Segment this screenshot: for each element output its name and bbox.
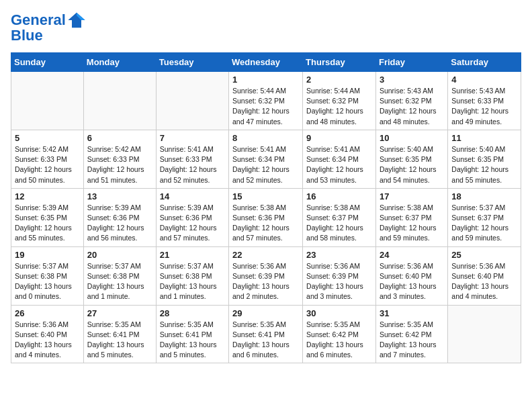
day-info: Sunrise: 5:43 AM Sunset: 6:32 PM Dayligh… <box>380 86 444 127</box>
day-info: Sunrise: 5:37 AM Sunset: 6:38 PM Dayligh… <box>87 261 152 302</box>
calendar-cell: 3Sunrise: 5:43 AM Sunset: 6:32 PM Daylig… <box>375 72 447 130</box>
day-info: Sunrise: 5:35 AM Sunset: 6:41 PM Dayligh… <box>87 320 152 361</box>
calendar-cell: 5Sunrise: 5:42 AM Sunset: 6:33 PM Daylig… <box>11 130 84 188</box>
day-info: Sunrise: 5:36 AM Sunset: 6:39 PM Dayligh… <box>306 261 372 302</box>
calendar-cell: 1Sunrise: 5:44 AM Sunset: 6:32 PM Daylig… <box>229 72 303 130</box>
calendar-cell: 13Sunrise: 5:39 AM Sunset: 6:36 PM Dayli… <box>83 188 156 246</box>
day-info: Sunrise: 5:35 AM Sunset: 6:41 PM Dayligh… <box>160 320 225 361</box>
day-info: Sunrise: 5:41 AM Sunset: 6:33 PM Dayligh… <box>160 144 225 185</box>
day-number: 26 <box>15 308 80 318</box>
header-wednesday: Wednesday <box>229 53 303 72</box>
day-number: 2 <box>306 75 372 85</box>
day-number: 22 <box>232 250 299 260</box>
logo-icon <box>67 11 86 30</box>
day-number: 20 <box>87 250 152 260</box>
calendar-cell: 18Sunrise: 5:37 AM Sunset: 6:37 PM Dayli… <box>448 188 521 246</box>
day-number: 18 <box>451 191 517 201</box>
calendar-cell: 7Sunrise: 5:41 AM Sunset: 6:33 PM Daylig… <box>156 130 228 188</box>
day-info: Sunrise: 5:39 AM Sunset: 6:36 PM Dayligh… <box>87 203 152 244</box>
calendar-cell: 26Sunrise: 5:36 AM Sunset: 6:40 PM Dayli… <box>11 305 84 363</box>
header-sunday: Sunday <box>11 53 84 72</box>
calendar-cell: 31Sunrise: 5:35 AM Sunset: 6:42 PM Dayli… <box>375 305 447 363</box>
day-info: Sunrise: 5:42 AM Sunset: 6:33 PM Dayligh… <box>15 144 80 185</box>
calendar-cell: 22Sunrise: 5:36 AM Sunset: 6:39 PM Dayli… <box>229 246 303 305</box>
calendar-cell: 8Sunrise: 5:41 AM Sunset: 6:34 PM Daylig… <box>229 130 303 188</box>
day-info: Sunrise: 5:36 AM Sunset: 6:40 PM Dayligh… <box>451 261 517 302</box>
calendar-cell: 11Sunrise: 5:40 AM Sunset: 6:35 PM Dayli… <box>448 130 521 188</box>
header-thursday: Thursday <box>303 53 376 72</box>
day-number: 17 <box>380 191 444 201</box>
day-info: Sunrise: 5:35 AM Sunset: 6:42 PM Dayligh… <box>306 320 372 361</box>
day-info: Sunrise: 5:38 AM Sunset: 6:37 PM Dayligh… <box>306 203 372 244</box>
day-number: 8 <box>232 133 299 143</box>
day-number: 9 <box>306 133 372 143</box>
calendar-cell: 16Sunrise: 5:38 AM Sunset: 6:37 PM Dayli… <box>303 188 376 246</box>
calendar-cell: 27Sunrise: 5:35 AM Sunset: 6:41 PM Dayli… <box>83 305 156 363</box>
calendar-cell: 9Sunrise: 5:41 AM Sunset: 6:34 PM Daylig… <box>303 130 376 188</box>
day-number: 7 <box>160 133 225 143</box>
calendar-cell <box>83 72 156 130</box>
calendar-cell: 25Sunrise: 5:36 AM Sunset: 6:40 PM Dayli… <box>448 246 521 305</box>
day-number: 31 <box>380 308 444 318</box>
calendar-cell: 30Sunrise: 5:35 AM Sunset: 6:42 PM Dayli… <box>303 305 376 363</box>
calendar-cell: 10Sunrise: 5:40 AM Sunset: 6:35 PM Dayli… <box>375 130 447 188</box>
calendar-cell: 19Sunrise: 5:37 AM Sunset: 6:38 PM Dayli… <box>11 246 84 305</box>
calendar-cell <box>448 305 521 363</box>
day-number: 16 <box>306 191 372 201</box>
calendar-cell: 4Sunrise: 5:43 AM Sunset: 6:33 PM Daylig… <box>448 72 521 130</box>
day-info: Sunrise: 5:38 AM Sunset: 6:36 PM Dayligh… <box>232 203 299 244</box>
week-row-4: 19Sunrise: 5:37 AM Sunset: 6:38 PM Dayli… <box>11 246 521 305</box>
logo-text: General <box>11 12 66 28</box>
day-info: Sunrise: 5:40 AM Sunset: 6:35 PM Dayligh… <box>451 144 517 185</box>
day-number: 19 <box>15 250 80 260</box>
day-number: 14 <box>160 191 225 201</box>
day-info: Sunrise: 5:37 AM Sunset: 6:37 PM Dayligh… <box>451 203 517 244</box>
day-info: Sunrise: 5:35 AM Sunset: 6:41 PM Dayligh… <box>232 320 299 361</box>
calendar-cell: 6Sunrise: 5:42 AM Sunset: 6:33 PM Daylig… <box>83 130 156 188</box>
day-info: Sunrise: 5:39 AM Sunset: 6:35 PM Dayligh… <box>15 203 80 244</box>
day-number: 3 <box>380 75 444 85</box>
calendar-cell: 28Sunrise: 5:35 AM Sunset: 6:41 PM Dayli… <box>156 305 228 363</box>
calendar-cell: 24Sunrise: 5:36 AM Sunset: 6:40 PM Dayli… <box>375 246 447 305</box>
day-number: 27 <box>87 308 152 318</box>
day-info: Sunrise: 5:36 AM Sunset: 6:40 PM Dayligh… <box>380 261 444 302</box>
calendar-cell: 14Sunrise: 5:39 AM Sunset: 6:36 PM Dayli… <box>156 188 228 246</box>
header-saturday: Saturday <box>448 53 521 72</box>
header-monday: Monday <box>83 53 156 72</box>
day-number: 12 <box>15 191 80 201</box>
day-number: 28 <box>160 308 225 318</box>
day-info: Sunrise: 5:36 AM Sunset: 6:39 PM Dayligh… <box>232 261 299 302</box>
calendar-cell <box>156 72 228 130</box>
day-number: 24 <box>380 250 444 260</box>
calendar-cell: 15Sunrise: 5:38 AM Sunset: 6:36 PM Dayli… <box>229 188 303 246</box>
day-info: Sunrise: 5:39 AM Sunset: 6:36 PM Dayligh… <box>160 203 225 244</box>
calendar-cell: 2Sunrise: 5:44 AM Sunset: 6:32 PM Daylig… <box>303 72 376 130</box>
day-number: 4 <box>451 75 517 85</box>
calendar-cell: 17Sunrise: 5:38 AM Sunset: 6:37 PM Dayli… <box>375 188 447 246</box>
day-number: 29 <box>232 308 299 318</box>
day-number: 15 <box>232 191 299 201</box>
day-info: Sunrise: 5:41 AM Sunset: 6:34 PM Dayligh… <box>306 144 372 185</box>
calendar-header-row: SundayMondayTuesdayWednesdayThursdayFrid… <box>11 53 521 72</box>
page-header: General Blue <box>11 11 521 44</box>
header-friday: Friday <box>375 53 447 72</box>
header-tuesday: Tuesday <box>156 53 228 72</box>
calendar-cell: 23Sunrise: 5:36 AM Sunset: 6:39 PM Dayli… <box>303 246 376 305</box>
day-info: Sunrise: 5:36 AM Sunset: 6:40 PM Dayligh… <box>15 320 80 361</box>
week-row-5: 26Sunrise: 5:36 AM Sunset: 6:40 PM Dayli… <box>11 305 521 363</box>
day-info: Sunrise: 5:42 AM Sunset: 6:33 PM Dayligh… <box>87 144 152 185</box>
calendar-cell: 29Sunrise: 5:35 AM Sunset: 6:41 PM Dayli… <box>229 305 303 363</box>
week-row-1: 1Sunrise: 5:44 AM Sunset: 6:32 PM Daylig… <box>11 72 521 130</box>
week-row-3: 12Sunrise: 5:39 AM Sunset: 6:35 PM Dayli… <box>11 188 521 246</box>
day-info: Sunrise: 5:41 AM Sunset: 6:34 PM Dayligh… <box>232 144 299 185</box>
day-info: Sunrise: 5:35 AM Sunset: 6:42 PM Dayligh… <box>380 320 444 361</box>
day-info: Sunrise: 5:38 AM Sunset: 6:37 PM Dayligh… <box>380 203 444 244</box>
logo: General Blue <box>11 11 86 44</box>
day-number: 13 <box>87 191 152 201</box>
day-number: 6 <box>87 133 152 143</box>
calendar-cell <box>11 72 84 130</box>
day-number: 1 <box>232 75 299 85</box>
day-info: Sunrise: 5:40 AM Sunset: 6:35 PM Dayligh… <box>380 144 444 185</box>
day-info: Sunrise: 5:37 AM Sunset: 6:38 PM Dayligh… <box>15 261 80 302</box>
day-number: 25 <box>451 250 517 260</box>
